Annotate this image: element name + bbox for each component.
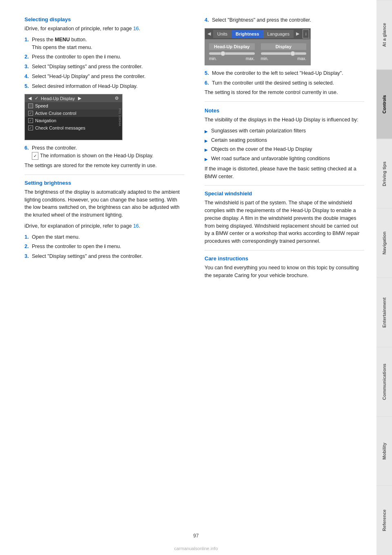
left-column: Selecting displays iDrive, for explanati… <box>24 16 192 539</box>
right-step-4: 4. Select "Brightness" and press the con… <box>205 16 364 24</box>
brightness-hud-slider <box>209 52 255 55</box>
brightness-para1: The brightness of the display is automat… <box>24 188 184 219</box>
special-windshield-section: Special windshield The windshield is par… <box>205 190 364 245</box>
bullet-triangle-4: ▶ <box>205 156 209 163</box>
speed-checkbox <box>28 103 33 108</box>
settings-stored-note: The settings are stored for the remote k… <box>24 162 184 170</box>
screen-item-check-control: Check Control messages <box>25 124 122 132</box>
step-3: 3. Select "Display settings" and press t… <box>24 63 184 71</box>
brightness-display-title: Display <box>261 43 307 50</box>
head-up-display-screen: ◀ ✓ Head-Up Display ▶ ⚙ Speed <box>24 94 122 140</box>
step-6: 6. Press the controller. ✓ The informati… <box>24 144 184 160</box>
selecting-displays-intro: iDrive, for explanation of principle, re… <box>24 25 184 33</box>
brightness-para2: iDrive, for explanation of principle, re… <box>24 222 184 230</box>
special-windshield-heading: Special windshield <box>205 190 364 197</box>
brightness-screen-wrapper: ◀ Units Brightness Languages ▶ i Head-Up… <box>205 28 311 65</box>
step-5-left: 5. Select desired information of Head-Up… <box>24 83 184 90</box>
selecting-displays-section: Selecting displays iDrive, for explanati… <box>24 16 184 170</box>
brightness-hud-handle <box>220 51 225 56</box>
bullet-triangle-2: ▶ <box>205 138 209 144</box>
special-windshield-text: The windshield is part of the system. Th… <box>205 199 364 245</box>
notes-section: Notes The visibility of the displays in … <box>205 107 364 180</box>
right-step-5: 5. Move the controller to the left to se… <box>205 69 364 77</box>
brightness-hud-section: Head-Up Display min. max. <box>209 43 255 61</box>
bullet-item-4: ▶ Wet road surface and unfavorable light… <box>205 155 364 163</box>
sidebar-tab-communications[interactable]: Communications <box>376 347 392 416</box>
sidebar-tab-at-a-glance[interactable]: At a glance <box>376 0 392 69</box>
sidebar-tab-navigation[interactable]: Navigation <box>376 208 392 278</box>
screen-item-speed: Speed <box>25 102 122 110</box>
sidebar-tab-controls[interactable]: Controls <box>376 69 392 139</box>
brightness-tab-bar: ◀ Units Brightness Languages ▶ i <box>205 29 310 39</box>
bullet-item-3: ▶ Objects on the cover of the Head-Up Di… <box>205 145 364 153</box>
tab-back-arrow: ◀ <box>205 29 213 38</box>
notes-footer: If the image is distorted, please have t… <box>205 165 364 181</box>
brightness-hud-labels: min. max. <box>209 56 255 61</box>
setting-brightness-heading: Setting brightness <box>24 180 184 186</box>
check-control-checkbox <box>28 125 33 130</box>
notes-heading: Notes <box>205 107 364 114</box>
tab-languages: Languages <box>263 30 294 38</box>
bullet-triangle-1: ▶ <box>205 128 209 135</box>
sidebar-tab-driving-tips[interactable]: Driving tips <box>376 139 392 208</box>
brightness-display-section: Display min. max. <box>261 43 307 61</box>
brightness-step-2: 2. Press the controller to open the i me… <box>24 243 184 251</box>
section-divider-right-3 <box>205 250 364 251</box>
sidebar-tab-mobility[interactable]: Mobility <box>376 416 392 486</box>
remote-control-note: The setting is stored for the remote con… <box>205 89 364 96</box>
care-instructions-heading: Care instructions <box>205 255 364 262</box>
section-divider-right-2 <box>205 185 364 186</box>
screen-item-cruise: Active Cruise control <box>25 110 122 117</box>
brightness-step-1: 1. Open the start menu. <box>24 233 184 241</box>
screen-bottom-space <box>25 132 122 140</box>
bullet-item-2: ▶ Certain seating positions <box>205 137 364 144</box>
sidebar-tab-entertainment[interactable]: Entertainment <box>376 278 392 347</box>
bullet-triangle-3: ▶ <box>205 147 209 153</box>
navigation-checkbox <box>28 118 33 123</box>
brightness-display-labels: min. max. <box>261 56 307 61</box>
page-container: Selecting displays iDrive, for explanati… <box>0 0 392 555</box>
care-instructions-text: You can find everything you need to know… <box>205 264 364 280</box>
tab-units: Units <box>213 30 232 38</box>
page-number: 97 <box>193 533 198 539</box>
screen-title-bar: ◀ ✓ Head-Up Display ▶ ⚙ <box>25 94 122 102</box>
section-divider-right-1 <box>205 101 364 102</box>
brightness-display-slider <box>261 52 307 55</box>
selecting-displays-heading: Selecting displays <box>24 16 184 22</box>
screen-display: ◀ ✓ Head-Up Display ▶ ⚙ Speed <box>24 94 122 140</box>
notes-intro: The visibility of the displays in the He… <box>205 116 364 124</box>
brightness-screen: ◀ Units Brightness Languages ▶ i Head-Up… <box>205 28 311 65</box>
screen-item-navigation: Navigation <box>25 117 122 124</box>
brightness-step-3: 3. Select "Display settings" and press t… <box>24 253 184 260</box>
step-4-left: 4. Select "Head-Up Display" and press th… <box>24 73 184 81</box>
care-instructions-section: Care instructions You can find everythin… <box>205 255 364 280</box>
watermark: carmanualsonline.info <box>174 546 218 551</box>
tab-forward-arrow: ▶ <box>294 29 302 38</box>
sidebar: At a glance Controls Driving tips Naviga… <box>376 0 392 555</box>
brightness-content-area: Head-Up Display min. max. Display <box>205 39 310 65</box>
right-step-6: 6. Turn the controller until the desired… <box>205 79 364 87</box>
step-2: 2. Press the controller to open the i me… <box>24 53 184 61</box>
bullet-item-1: ▶ Sunglasses with certain polarization f… <box>205 127 364 135</box>
tab-brightness: Brightness <box>232 30 263 38</box>
setting-brightness-section: Setting brightness The brightness of the… <box>24 180 184 260</box>
nav-arrows: ◀ ✓ Head-Up Display ▶ <box>28 96 81 101</box>
cruise-checkbox <box>28 111 33 116</box>
brightness-display-handle <box>290 51 295 56</box>
screen-side-label: F01 10894A <box>118 108 122 126</box>
sidebar-tab-reference[interactable]: Reference <box>376 486 392 555</box>
tab-info-icon: i <box>303 29 309 38</box>
brightness-screen-label: F1B50918A <box>307 38 310 55</box>
step-1: 1. Press the MENU button.This opens the … <box>24 36 184 51</box>
main-content: Selecting displays iDrive, for explanati… <box>0 0 376 555</box>
check-icon-inline: ✓ <box>32 152 38 160</box>
section-divider-1 <box>24 175 184 175</box>
brightness-hud-title: Head-Up Display <box>209 43 255 50</box>
right-column: 4. Select "Brightness" and press the con… <box>200 16 364 539</box>
